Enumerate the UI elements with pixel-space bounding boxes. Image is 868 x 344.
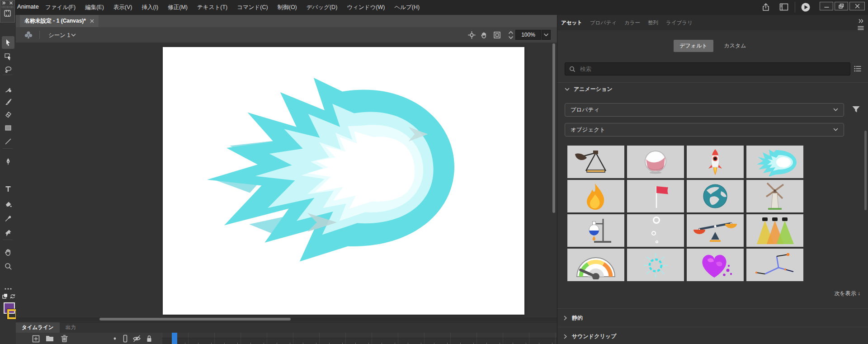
menu-help[interactable]: ヘルプ(H) [394, 4, 420, 11]
list-view-icon[interactable] [854, 66, 861, 72]
tool-eraser[interactable] [4, 110, 13, 119]
menu-text[interactable]: テキスト(T) [197, 4, 227, 11]
tool-pen[interactable] [4, 157, 13, 166]
menu-edit[interactable]: 編集(E) [85, 4, 104, 11]
asset-thumbnail-comet-flame[interactable] [746, 146, 803, 178]
section-sound-clips-header[interactable]: サウンドクリップ [557, 327, 868, 344]
asset-thumbnail-flame[interactable] [567, 180, 624, 212]
asset-thumbnail-linkage-lines[interactable] [746, 249, 803, 281]
zoom-level-dropdown-button[interactable] [542, 30, 551, 40]
tool-paint-bucket[interactable] [4, 200, 13, 209]
tool-text[interactable] [4, 184, 13, 193]
test-movie-button[interactable] [801, 2, 811, 12]
swap-colors-button[interactable] [10, 293, 15, 299]
document-tab[interactable]: 名称未設定 - 1 (Canvas)* [20, 15, 99, 27]
new-layer-icon[interactable] [32, 335, 40, 343]
workspace-button[interactable] [779, 3, 788, 11]
asset-thumbnail-catapult[interactable] [567, 146, 624, 178]
menu-window[interactable]: ウィンドウ(W) [347, 4, 385, 11]
asset-thumbnail-energy-spark[interactable] [627, 249, 684, 281]
asset-thumbnail-rocket[interactable] [687, 146, 744, 178]
tab-assets[interactable]: アセット [561, 19, 582, 26]
stage-pasteboard[interactable] [16, 42, 557, 322]
stage-horizontal-scrollbar[interactable] [99, 318, 291, 320]
show-next-link[interactable]: 次を表示 ↓ [802, 290, 860, 297]
asset-thumbnail-globe[interactable] [687, 180, 744, 212]
zoom-level-value[interactable]: 100% [515, 30, 541, 40]
panel-menu-icon[interactable] [858, 26, 864, 30]
asset-thumbnail-windmill[interactable] [746, 180, 803, 212]
collapse-chevrons-icon[interactable] [2, 1, 6, 5]
mode-custom-button[interactable]: カスタム [720, 40, 750, 52]
asset-thumbnail-balance-scale[interactable] [687, 214, 744, 247]
tab-timeline[interactable]: タイムライン [16, 322, 60, 333]
menu-file[interactable]: ファイル(F) [45, 4, 75, 11]
tab-output[interactable]: 出力 [60, 322, 82, 333]
tool-rectangle[interactable] [4, 123, 13, 132]
mode-default-button[interactable]: デフォルト [674, 40, 713, 52]
tool-hand[interactable] [4, 248, 13, 257]
tool-fluid-brush[interactable] [4, 85, 13, 94]
tool-line[interactable] [4, 137, 13, 146]
asset-thumbnail-gauge[interactable] [567, 249, 624, 281]
minimize-button[interactable] [820, 2, 833, 10]
asset-thumbnail-flag[interactable] [627, 180, 684, 212]
tab-library[interactable]: ライブラリ [666, 19, 693, 26]
new-folder-icon[interactable] [46, 335, 54, 342]
delete-layer-icon[interactable] [61, 335, 68, 342]
menu-view[interactable]: 表示(V) [113, 4, 132, 11]
pan-mode-icon[interactable] [480, 31, 488, 39]
section-animation-header[interactable]: アニメーション [565, 85, 613, 93]
outline-column-icon[interactable] [123, 335, 128, 343]
scene-chevron-icon[interactable] [71, 33, 76, 37]
stage-vertical-scrollbar[interactable] [552, 43, 555, 213]
default-colors-button[interactable] [2, 293, 8, 299]
close-tab-icon[interactable] [90, 19, 94, 23]
search-input[interactable] [579, 66, 846, 73]
filter-funnel-icon[interactable] [852, 105, 860, 114]
close-window-button[interactable] [849, 2, 865, 10]
tool-eyedropper[interactable] [4, 214, 13, 223]
center-stage-icon[interactable] [468, 31, 476, 39]
share-button[interactable] [761, 3, 770, 12]
tool-classic-brush[interactable] [4, 97, 13, 106]
layer-highlight-dot-icon[interactable] [113, 337, 117, 340]
restore-button[interactable] [835, 2, 848, 10]
playhead[interactable] [172, 333, 177, 344]
menu-debug[interactable]: デバッグ(D) [307, 4, 338, 11]
timeline-frames-area[interactable] [162, 333, 557, 344]
clip-content-icon[interactable] [493, 31, 501, 39]
collapse-panel-chevrons-icon[interactable] [859, 19, 864, 23]
tab-align[interactable]: 整列 [648, 19, 658, 26]
hide-layers-icon[interactable] [132, 335, 141, 342]
asset-thumbnail-slime-heart[interactable] [687, 249, 744, 281]
tab-color[interactable]: カラー [624, 19, 640, 26]
menu-modify[interactable]: 修正(M) [168, 4, 188, 11]
menu-commands[interactable]: コマンド(C) [237, 4, 268, 11]
scene-breadcrumb[interactable]: シーン 1 [48, 32, 71, 39]
asset-thumbnail-bubbles[interactable] [627, 214, 684, 247]
close-panel-icon[interactable] [9, 1, 13, 5]
menu-control[interactable]: 制御(O) [278, 4, 297, 11]
tool-selection[interactable] [2, 36, 14, 49]
tool-subselection[interactable] [4, 52, 13, 61]
panel-vertical-scrollbar[interactable] [864, 131, 867, 210]
tab-properties[interactable]: プロパティ [590, 19, 617, 26]
tool-lasso[interactable] [4, 65, 13, 74]
panel-grip[interactable] [2, 6, 13, 8]
search-field[interactable] [565, 62, 850, 75]
menu-insert[interactable]: 挿入(I) [142, 4, 158, 11]
fragment-tool-button[interactable] [0, 9, 14, 17]
tool-more-options[interactable] [4, 284, 13, 293]
section-static-header[interactable]: 静的 [557, 309, 868, 327]
asset-thumbnail-liquid-glass[interactable] [627, 146, 684, 178]
zoom-stepper-icon[interactable] [508, 30, 514, 40]
asset-thumbnail-lab-flask[interactable] [567, 214, 624, 247]
asset-thumbnail-spotlights[interactable] [746, 214, 803, 247]
stage-canvas[interactable] [163, 47, 524, 315]
timeline-ruler[interactable] [162, 333, 557, 338]
lock-layers-icon[interactable] [146, 335, 152, 343]
tool-asset-warp[interactable] [4, 228, 13, 237]
tool-zoom[interactable] [4, 262, 13, 271]
filter-objects-dropdown[interactable]: オブジェクト [565, 123, 844, 137]
